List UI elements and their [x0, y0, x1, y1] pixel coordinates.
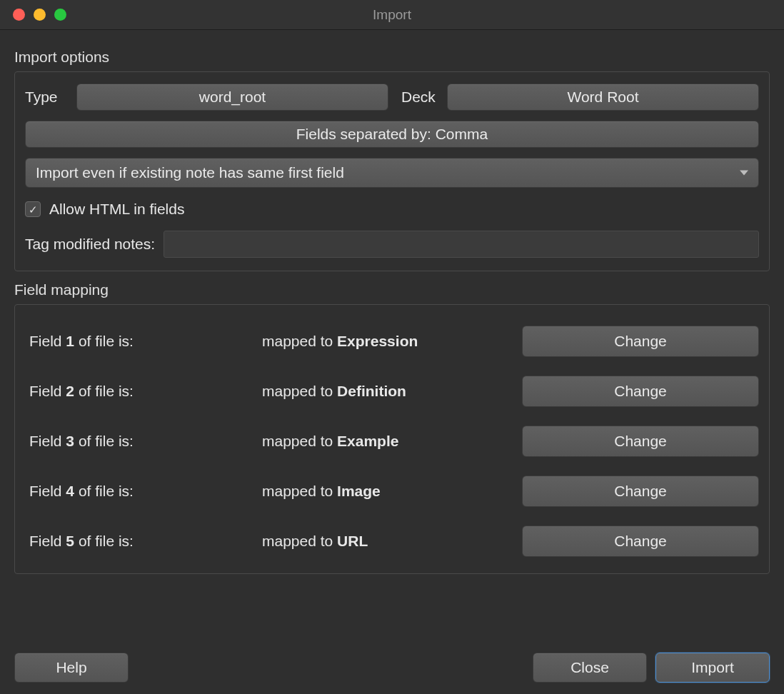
- maximize-window-icon[interactable]: [54, 9, 66, 21]
- deck-label: Deck: [397, 89, 438, 106]
- close-window-icon[interactable]: [13, 9, 25, 21]
- field-source-label: Field 2 of file is:: [25, 383, 262, 400]
- import-options-panel: Type word_root Deck Word Root Fields sep…: [14, 71, 770, 271]
- field-mapping-row: Field 3 of file is:mapped to ExampleChan…: [25, 425, 759, 458]
- allow-html-checkbox[interactable]: ✓: [25, 201, 41, 217]
- deck-value: Word Root: [568, 89, 639, 106]
- titlebar: Import: [0, 0, 784, 30]
- close-button[interactable]: Close: [533, 653, 647, 683]
- field-source-label: Field 4 of file is:: [25, 483, 262, 500]
- field-mapping-row: Field 4 of file is:mapped to ImageChange: [25, 475, 759, 508]
- field-mapping-panel: Field 1 of file is:mapped to ExpressionC…: [14, 304, 770, 574]
- field-target-label: mapped to Definition: [262, 383, 522, 400]
- window-controls: [0, 9, 66, 21]
- dialog-footer: Help Close Import: [14, 653, 770, 683]
- update-mode-value: Import even if existing note has same fi…: [36, 164, 344, 181]
- deck-button[interactable]: Word Root: [447, 84, 759, 111]
- field-target-label: mapped to Expression: [262, 333, 522, 350]
- change-mapping-button[interactable]: Change: [522, 426, 759, 457]
- window-title: Import: [0, 7, 784, 23]
- field-target-label: mapped to Image: [262, 483, 522, 500]
- field-source-label: Field 5 of file is:: [25, 533, 262, 550]
- import-options-label: Import options: [14, 49, 770, 66]
- separator-button-label: Fields separated by: Comma: [296, 126, 488, 143]
- field-target-label: mapped to URL: [262, 533, 522, 550]
- field-mapping-row: Field 2 of file is:mapped to DefinitionC…: [25, 375, 759, 408]
- chevron-down-icon: [740, 171, 748, 176]
- field-source-label: Field 3 of file is:: [25, 433, 262, 450]
- field-mapping-label: Field mapping: [14, 281, 770, 298]
- field-target-label: mapped to Example: [262, 433, 522, 450]
- change-mapping-button[interactable]: Change: [522, 326, 759, 357]
- separator-button[interactable]: Fields separated by: Comma: [25, 121, 759, 148]
- allow-html-label: Allow HTML in fields: [49, 201, 184, 218]
- tag-modified-label: Tag modified notes:: [25, 236, 155, 253]
- change-mapping-button[interactable]: Change: [522, 525, 759, 557]
- note-type-value: word_root: [199, 89, 266, 106]
- help-button[interactable]: Help: [14, 653, 129, 683]
- field-mapping-row: Field 5 of file is:mapped to URLChange: [25, 525, 759, 558]
- type-label: Type: [25, 89, 68, 106]
- import-button[interactable]: Import: [655, 653, 770, 683]
- update-mode-dropdown[interactable]: Import even if existing note has same fi…: [25, 158, 759, 188]
- note-type-button[interactable]: word_root: [76, 84, 388, 111]
- change-mapping-button[interactable]: Change: [522, 376, 759, 407]
- field-source-label: Field 1 of file is:: [25, 333, 262, 350]
- minimize-window-icon[interactable]: [34, 9, 46, 21]
- change-mapping-button[interactable]: Change: [522, 476, 759, 507]
- field-mapping-row: Field 1 of file is:mapped to ExpressionC…: [25, 325, 759, 358]
- tag-modified-input[interactable]: [164, 231, 759, 258]
